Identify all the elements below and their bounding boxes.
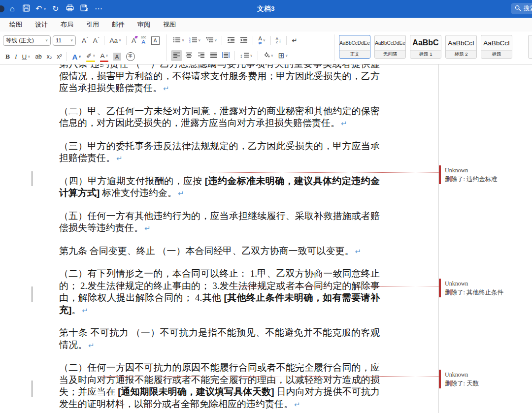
- changed-lines-bar: [32, 381, 33, 397]
- text-run: （二）甲、乙任何一方未经对方同意，泄露对方的商业秘密和其他约定的保密信息的，对方…: [59, 106, 380, 128]
- text-effects-icon: A: [72, 53, 77, 61]
- paragraph[interactable]: 第十条 不可抗力 （一）不可抗力是指不能预见、不能避免并不能克服的客观情况。↵: [59, 327, 380, 351]
- revision-bar: [439, 279, 441, 297]
- multilevel-list-button[interactable]: ∨: [203, 35, 219, 46]
- paragraph[interactable]: 第八条 违约责任 （一）乙方恶意隐瞒与委托事项有关的重要事实或者提供虚假情况，损…: [59, 64, 380, 95]
- chevron-down-icon: ∨: [198, 38, 200, 42]
- subscript-button[interactable]: x₂: [45, 51, 54, 62]
- strikethrough-button[interactable]: ab: [33, 51, 43, 62]
- tab-references[interactable]: 引用: [80, 18, 105, 32]
- tab-draw[interactable]: 绘图: [3, 18, 29, 32]
- paragraph[interactable]: 第九条 合同变更、终止 （一）本合同经甲、乙双方协商一致可以变更。↵: [59, 245, 380, 258]
- decrease-indent-button[interactable]: [225, 35, 237, 46]
- superscript-button[interactable]: x²: [55, 51, 64, 62]
- style-card-no-spacing[interactable]: AaBbCcDdEe 无间隔: [374, 35, 406, 59]
- enclose-characters-button[interactable]: 字: [124, 51, 137, 62]
- line-spacing-button[interactable]: ↕ ∨: [238, 50, 255, 61]
- ribbon-tab-bar: 绘图 设计 布局 引用 邮件 审阅 视图: [0, 18, 532, 32]
- revision-connector-line: [101, 376, 439, 377]
- revision-connector-line: [233, 286, 439, 286]
- distribute-text-icon: [222, 52, 230, 60]
- shrink-font-button[interactable]: Aˇ: [91, 35, 101, 46]
- style-card-heading1[interactable]: AaBbC 标题 1: [410, 35, 441, 59]
- changed-lines-bar: [32, 286, 33, 302]
- numbered-list-button[interactable]: 123 ∨: [187, 35, 202, 46]
- style-sample: AaBbCcI: [446, 35, 476, 50]
- revision-bar: [439, 370, 441, 388]
- bullet-list-icon: [173, 37, 181, 44]
- asian-layout-button[interactable]: A ⇄ ∨: [256, 35, 267, 46]
- align-left-button[interactable]: [171, 50, 182, 61]
- text-effects-button[interactable]: A ∨: [70, 51, 83, 62]
- divider: [66, 52, 67, 61]
- justify-button[interactable]: [208, 50, 219, 61]
- divider: [286, 36, 287, 45]
- style-card-title[interactable]: AaBbCcI 标题: [481, 35, 512, 59]
- style-card-normal[interactable]: AaBbCcDdEe 正文: [339, 35, 370, 59]
- font-name-combo[interactable]: 等线 (正文) ∨: [3, 35, 51, 46]
- increase-indent-button[interactable]: [238, 35, 250, 46]
- revision-annotation[interactable]: Unknown 删除了: 其他终止条件: [445, 279, 530, 297]
- paragraph[interactable]: （五）任何一方有其他违约行为的，应当承担继续履行、采取补救措施或者赔偿损失等违约…: [59, 210, 380, 235]
- bold-button[interactable]: B: [3, 51, 12, 62]
- character-border-icon: A: [151, 36, 160, 45]
- search-input[interactable]: 搜索: [511, 3, 532, 14]
- multilevel-list-icon: [205, 37, 213, 44]
- highlight-color-button[interactable]: ✐ ∨: [84, 50, 97, 63]
- eraser-mark: [134, 36, 138, 38]
- grow-font-mark: ˆ: [87, 36, 88, 41]
- tab-review[interactable]: 审阅: [131, 18, 157, 32]
- document-text[interactable]: 第八条 违约责任 （一）乙方恶意隐瞒与委托事项有关的重要事实或者提供虚假情况，损…: [59, 64, 380, 413]
- paragraph-mark: ↵: [355, 247, 362, 256]
- align-right-button[interactable]: [196, 50, 207, 61]
- search-placeholder: 搜索: [524, 4, 532, 13]
- style-card-heading2[interactable]: AaBbCcI 标题 2: [445, 35, 477, 59]
- divider: [270, 36, 271, 45]
- tab-design[interactable]: 设计: [29, 18, 54, 32]
- group-divider: [334, 34, 334, 61]
- line-spacing-arrow-icon: ↕: [240, 53, 243, 59]
- bullet-list-button[interactable]: ∨: [171, 35, 186, 46]
- tab-view[interactable]: 视图: [157, 18, 182, 32]
- style-card-next-partial[interactable]: [528, 35, 532, 59]
- sort-button[interactable]: AZ ↓: [274, 35, 284, 46]
- borders-button[interactable]: ⊞ ∨: [276, 50, 290, 61]
- style-label: 标题 1: [410, 50, 441, 58]
- change-case-button[interactable]: Aa ∨: [107, 35, 123, 46]
- paragraph[interactable]: （二）任何一方因不可抗力的原因不能履行合同或者不能完全履行合同的，应当及时向对方…: [59, 362, 380, 411]
- divider: [234, 51, 235, 60]
- align-center-icon: [185, 52, 193, 60]
- font-color-button[interactable]: A ∨: [98, 50, 110, 63]
- shading-button[interactable]: ∨: [261, 50, 275, 61]
- chevron-down-icon: ∨: [285, 54, 288, 58]
- phonetic-guide-button[interactable]: abc A: [139, 35, 148, 46]
- paragraph[interactable]: （三）甲方的委托事务违反法律法规规定的，乙方因此受损失的，甲方应当承担赔偿责任。…: [59, 140, 380, 165]
- tab-mailings[interactable]: 邮件: [105, 18, 131, 32]
- character-shading-button[interactable]: A: [111, 51, 123, 62]
- tab-layout[interactable]: 布局: [54, 18, 80, 32]
- distribute-text-button[interactable]: [220, 50, 232, 61]
- paragraph-mark: ↵: [341, 119, 347, 128]
- clear-formatting-button[interactable]: A: [130, 35, 138, 46]
- revision-annotation[interactable]: Unknown 删除了: 违约金标准: [445, 166, 530, 184]
- underline-button[interactable]: U ∨: [20, 51, 33, 62]
- revision-change-text: 删除了: 天数: [445, 379, 530, 388]
- chevron-down-icon: ∨: [93, 54, 95, 58]
- chevron-down-icon: ∨: [214, 38, 217, 42]
- font-size-combo[interactable]: 11 ∨: [53, 35, 76, 46]
- underline-icon: U: [22, 53, 27, 61]
- character-border-button[interactable]: A: [149, 35, 162, 46]
- paragraph[interactable]: （二）有下列情形之一的，本合同可以终止： 1.甲、乙双方协商一致同意终止的； 2…: [59, 268, 380, 317]
- ribbon-toolbar: 等线 (正文) ∨ 11 ∨ Aˆ Aˇ Aa ∨ A abc A: [0, 32, 532, 64]
- align-center-button[interactable]: [183, 50, 195, 61]
- revision-annotation[interactable]: Unknown 删除了: 天数: [445, 370, 530, 388]
- paragraph-mark: ↵: [178, 189, 184, 198]
- paragraph[interactable]: （二）甲、乙任何一方未经对方同意，泄露对方的商业秘密和其他约定的保密信息的，对方…: [59, 105, 380, 130]
- italic-button[interactable]: I: [13, 51, 19, 62]
- phonetic-guide-icon: abc A: [141, 36, 146, 45]
- font-color-bar: [100, 61, 108, 62]
- grow-font-button[interactable]: Aˆ: [80, 35, 90, 46]
- paragraph[interactable]: （四）甲方逾期支付报酬的，应按 [违约金标准未明确，建议具体约定违约金计算方式]…: [59, 175, 380, 200]
- line-break-button[interactable]: ↵: [290, 35, 299, 46]
- text-run: 。: [71, 305, 81, 315]
